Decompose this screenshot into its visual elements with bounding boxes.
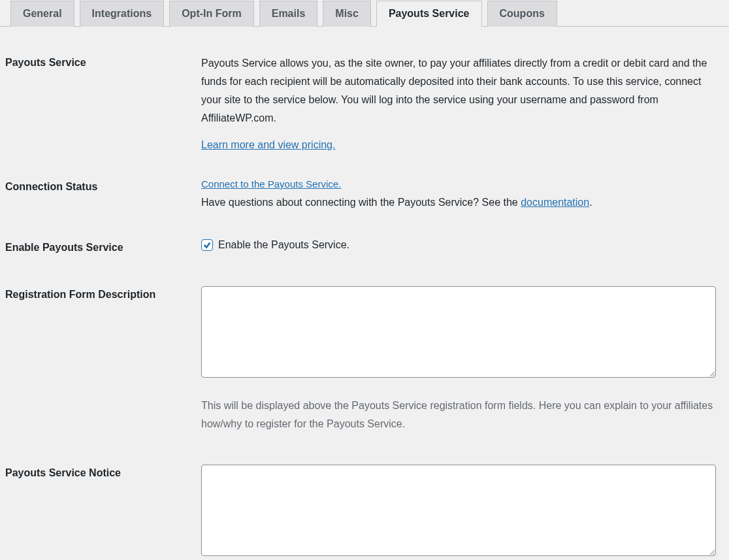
connect-service-link[interactable]: Connect to the Payouts Service.	[201, 178, 341, 189]
enable-payouts-checkbox[interactable]	[201, 239, 213, 251]
label-connection-status: Connection Status	[5, 180, 201, 194]
tab-opt-in-form[interactable]: Opt-In Form	[169, 1, 254, 27]
registration-description-textarea[interactable]	[201, 286, 716, 378]
connection-help-text: Have questions about connecting with the…	[201, 193, 716, 212]
row-enable-payouts: Enable Payouts Service Enable the Payout…	[5, 212, 724, 255]
tabs-nav: General Integrations Opt-In Form Emails …	[0, 0, 729, 27]
label-payouts-notice: Payouts Service Notice	[5, 466, 201, 480]
row-connection-status: Connection Status Connect to the Payouts…	[5, 151, 724, 212]
tab-misc[interactable]: Misc	[323, 1, 371, 27]
tab-integrations[interactable]: Integrations	[80, 1, 165, 27]
tab-payouts-service[interactable]: Payouts Service	[376, 1, 482, 27]
learn-more-link[interactable]: Learn more and view pricing.	[201, 139, 335, 151]
row-payouts-notice: Payouts Service Notice	[5, 433, 724, 558]
row-registration-description: Registration Form Description This will …	[5, 255, 724, 433]
label-registration-description: Registration Form Description	[5, 288, 201, 302]
enable-payouts-checkbox-label[interactable]: Enable the Payouts Service.	[218, 239, 349, 251]
label-payouts-service: Payouts Service	[5, 56, 201, 70]
settings-form: Payouts Service Payouts Service allows y…	[0, 27, 729, 558]
registration-description-help: This will be displayed above the Payouts…	[201, 397, 716, 433]
tab-coupons[interactable]: Coupons	[487, 1, 557, 27]
connection-help-suffix: .	[589, 197, 592, 208]
tab-emails[interactable]: Emails	[259, 1, 318, 27]
label-enable-payouts: Enable Payouts Service	[5, 240, 201, 255]
row-payouts-service: Payouts Service Payouts Service allows y…	[5, 27, 724, 151]
documentation-link[interactable]: documentation	[521, 197, 589, 208]
payouts-notice-textarea[interactable]	[201, 465, 716, 556]
payouts-service-description: Payouts Service allows you, as the site …	[201, 54, 716, 127]
check-icon	[202, 240, 212, 250]
connection-help-prefix: Have questions about connecting with the…	[201, 197, 521, 208]
tab-general[interactable]: General	[10, 1, 74, 27]
